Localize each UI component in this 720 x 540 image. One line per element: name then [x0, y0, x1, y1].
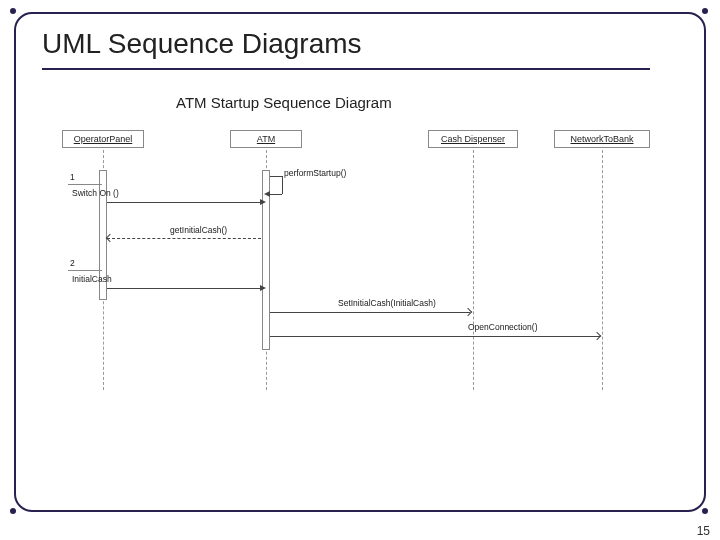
arrow-head-icon	[593, 332, 601, 340]
arrow-head-icon	[106, 234, 114, 242]
message-arrow	[107, 202, 261, 203]
corner-dot	[10, 8, 16, 14]
corner-dot	[10, 508, 16, 514]
participant-operator-panel: OperatorPanel	[62, 130, 144, 148]
participant-label: ATM	[257, 134, 275, 144]
arrow-head-icon	[464, 308, 472, 316]
message-label: getInitialCash()	[170, 225, 227, 235]
participant-network-to-bank: NetworkToBank	[554, 130, 650, 148]
participant-atm: ATM	[230, 130, 302, 148]
title-underline	[42, 68, 650, 70]
message-label: InitialCash	[72, 274, 112, 284]
self-call-side	[282, 176, 283, 194]
slide-title: UML Sequence Diagrams	[42, 28, 362, 60]
slide-subtitle: ATM Startup Sequence Diagram	[176, 94, 392, 111]
participant-cash-dispenser: Cash Dispenser	[428, 130, 518, 148]
seq-separator	[68, 184, 102, 185]
page-number: 15	[697, 524, 710, 538]
sequence-number: 1	[70, 172, 75, 182]
sequence-diagram: OperatorPanel ATM Cash Dispenser Network…	[60, 130, 650, 440]
corner-dot	[702, 8, 708, 14]
message-arrow	[270, 312, 470, 313]
corner-dot	[702, 508, 708, 514]
message-label: OpenConnection()	[468, 322, 537, 332]
message-label: performStartup()	[284, 168, 346, 178]
self-call-bottom	[270, 194, 282, 195]
self-call-top	[270, 176, 282, 177]
participant-label: OperatorPanel	[74, 134, 133, 144]
message-arrow	[107, 288, 261, 289]
return-arrow	[107, 238, 261, 239]
arrow-head-icon	[260, 199, 266, 205]
message-arrow	[270, 336, 600, 337]
lifeline	[602, 150, 603, 390]
arrow-head-icon	[264, 191, 270, 197]
arrow-head-icon	[260, 285, 266, 291]
message-label: SetInitialCash(InitialCash)	[338, 298, 436, 308]
participant-label: NetworkToBank	[570, 134, 633, 144]
participant-label: Cash Dispenser	[441, 134, 505, 144]
message-label: Switch On ()	[72, 188, 119, 198]
activation-bar	[262, 170, 270, 350]
seq-separator	[68, 270, 102, 271]
lifeline	[473, 150, 474, 390]
sequence-number: 2	[70, 258, 75, 268]
